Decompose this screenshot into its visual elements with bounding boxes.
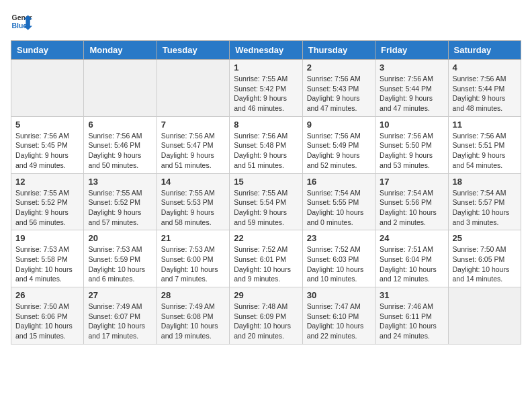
calendar-cell: 3Sunrise: 7:56 AM Sunset: 5:44 PM Daylig… (375, 60, 448, 117)
calendar-cell: 4Sunrise: 7:56 AM Sunset: 5:44 PM Daylig… (448, 60, 521, 117)
day-info: Sunrise: 7:55 AM Sunset: 5:54 PM Dayligh… (234, 188, 298, 228)
calendar-cell: 19Sunrise: 7:53 AM Sunset: 5:58 PM Dayli… (11, 230, 84, 287)
header-tuesday: Tuesday (157, 41, 229, 60)
day-number: 9 (307, 120, 371, 130)
calendar-cell: 23Sunrise: 7:52 AM Sunset: 6:03 PM Dayli… (302, 230, 375, 287)
calendar-cell: 28Sunrise: 7:49 AM Sunset: 6:08 PM Dayli… (157, 287, 229, 345)
day-info: Sunrise: 7:53 AM Sunset: 5:59 PM Dayligh… (88, 244, 152, 284)
calendar-cell: 14Sunrise: 7:55 AM Sunset: 5:53 PM Dayli… (157, 173, 229, 230)
calendar-cell: 12Sunrise: 7:55 AM Sunset: 5:52 PM Dayli… (11, 173, 84, 230)
day-info: Sunrise: 7:56 AM Sunset: 5:44 PM Dayligh… (380, 74, 443, 113)
calendar-week-row: 26Sunrise: 7:50 AM Sunset: 6:06 PM Dayli… (11, 287, 521, 345)
calendar-header-row: SundayMondayTuesdayWednesdayThursdayFrid… (11, 41, 521, 60)
day-number: 29 (234, 290, 298, 300)
day-info: Sunrise: 7:56 AM Sunset: 5:48 PM Dayligh… (234, 131, 298, 171)
calendar-cell: 5Sunrise: 7:56 AM Sunset: 5:45 PM Daylig… (11, 116, 84, 173)
calendar-cell (157, 60, 229, 117)
header-sunday: Sunday (11, 41, 84, 60)
header-wednesday: Wednesday (230, 41, 302, 60)
day-number: 27 (88, 290, 152, 300)
calendar-cell: 27Sunrise: 7:49 AM Sunset: 6:07 PM Dayli… (84, 287, 157, 345)
header-saturday: Saturday (448, 41, 521, 60)
day-info: Sunrise: 7:55 AM Sunset: 5:52 PM Dayligh… (15, 188, 79, 228)
day-number: 7 (161, 120, 225, 130)
calendar-cell: 9Sunrise: 7:56 AM Sunset: 5:49 PM Daylig… (302, 116, 375, 173)
calendar-cell: 26Sunrise: 7:50 AM Sunset: 6:06 PM Dayli… (11, 287, 84, 345)
day-info: Sunrise: 7:50 AM Sunset: 6:06 PM Dayligh… (15, 302, 79, 341)
day-number: 4 (453, 62, 517, 73)
header-thursday: Thursday (302, 41, 375, 60)
calendar-cell: 25Sunrise: 7:50 AM Sunset: 6:05 PM Dayli… (448, 230, 521, 287)
header-friday: Friday (375, 41, 448, 60)
calendar-cell: 7Sunrise: 7:56 AM Sunset: 5:47 PM Daylig… (157, 116, 229, 173)
day-number: 3 (380, 62, 443, 73)
calendar-cell: 21Sunrise: 7:53 AM Sunset: 6:00 PM Dayli… (157, 230, 229, 287)
calendar-cell (84, 60, 157, 117)
day-info: Sunrise: 7:53 AM Sunset: 5:58 PM Dayligh… (15, 244, 79, 284)
day-info: Sunrise: 7:56 AM Sunset: 5:51 PM Dayligh… (453, 131, 517, 171)
calendar-cell: 11Sunrise: 7:56 AM Sunset: 5:51 PM Dayli… (448, 116, 521, 173)
day-info: Sunrise: 7:56 AM Sunset: 5:49 PM Dayligh… (307, 131, 371, 171)
calendar-cell: 10Sunrise: 7:56 AM Sunset: 5:50 PM Dayli… (375, 116, 448, 173)
day-number: 14 (161, 177, 225, 187)
svg-text:Blue: Blue (12, 22, 28, 30)
day-info: Sunrise: 7:50 AM Sunset: 6:05 PM Dayligh… (453, 244, 517, 284)
day-info: Sunrise: 7:52 AM Sunset: 6:03 PM Dayligh… (307, 244, 371, 284)
day-number: 22 (234, 233, 298, 243)
day-info: Sunrise: 7:56 AM Sunset: 5:47 PM Dayligh… (161, 131, 225, 171)
calendar-cell: 29Sunrise: 7:48 AM Sunset: 6:09 PM Dayli… (230, 287, 302, 345)
day-number: 18 (453, 177, 517, 187)
day-number: 15 (234, 177, 298, 187)
day-number: 5 (15, 120, 79, 130)
calendar-week-row: 5Sunrise: 7:56 AM Sunset: 5:45 PM Daylig… (11, 116, 521, 173)
day-number: 26 (15, 290, 79, 300)
day-info: Sunrise: 7:54 AM Sunset: 5:57 PM Dayligh… (453, 188, 517, 228)
calendar-cell: 2Sunrise: 7:56 AM Sunset: 5:43 PM Daylig… (302, 60, 375, 117)
day-info: Sunrise: 7:56 AM Sunset: 5:44 PM Dayligh… (453, 74, 517, 113)
day-number: 24 (380, 233, 443, 243)
calendar-cell: 1Sunrise: 7:55 AM Sunset: 5:42 PM Daylig… (230, 60, 302, 117)
calendar-week-row: 1Sunrise: 7:55 AM Sunset: 5:42 PM Daylig… (11, 60, 521, 117)
day-info: Sunrise: 7:55 AM Sunset: 5:42 PM Dayligh… (234, 74, 298, 113)
day-info: Sunrise: 7:54 AM Sunset: 5:56 PM Dayligh… (380, 188, 443, 228)
day-number: 23 (307, 233, 371, 243)
calendar-table: SundayMondayTuesdayWednesdayThursdayFrid… (11, 40, 521, 345)
day-info: Sunrise: 7:46 AM Sunset: 6:11 PM Dayligh… (380, 302, 443, 341)
calendar-cell: 13Sunrise: 7:55 AM Sunset: 5:52 PM Dayli… (84, 173, 157, 230)
day-info: Sunrise: 7:54 AM Sunset: 5:55 PM Dayligh… (307, 188, 371, 228)
day-info: Sunrise: 7:48 AM Sunset: 6:09 PM Dayligh… (234, 302, 298, 341)
day-info: Sunrise: 7:55 AM Sunset: 5:53 PM Dayligh… (161, 188, 225, 228)
calendar-cell: 20Sunrise: 7:53 AM Sunset: 5:59 PM Dayli… (84, 230, 157, 287)
day-number: 21 (161, 233, 225, 243)
day-info: Sunrise: 7:56 AM Sunset: 5:45 PM Dayligh… (15, 131, 79, 171)
logo-icon: General Blue (11, 11, 32, 32)
page-header: General Blue (11, 11, 521, 32)
day-info: Sunrise: 7:56 AM Sunset: 5:43 PM Dayligh… (307, 74, 371, 113)
day-number: 19 (15, 233, 79, 243)
day-number: 28 (161, 290, 225, 300)
day-info: Sunrise: 7:51 AM Sunset: 6:04 PM Dayligh… (380, 244, 443, 284)
calendar-week-row: 19Sunrise: 7:53 AM Sunset: 5:58 PM Dayli… (11, 230, 521, 287)
day-number: 10 (380, 120, 443, 130)
day-info: Sunrise: 7:56 AM Sunset: 5:46 PM Dayligh… (88, 131, 152, 171)
logo: General Blue (11, 11, 32, 32)
day-info: Sunrise: 7:56 AM Sunset: 5:50 PM Dayligh… (380, 131, 443, 171)
header-monday: Monday (84, 41, 157, 60)
calendar-cell: 8Sunrise: 7:56 AM Sunset: 5:48 PM Daylig… (230, 116, 302, 173)
day-info: Sunrise: 7:47 AM Sunset: 6:10 PM Dayligh… (307, 302, 371, 341)
calendar-cell (448, 287, 521, 345)
calendar-cell (11, 60, 84, 117)
calendar-cell: 31Sunrise: 7:46 AM Sunset: 6:11 PM Dayli… (375, 287, 448, 345)
calendar-cell: 24Sunrise: 7:51 AM Sunset: 6:04 PM Dayli… (375, 230, 448, 287)
day-info: Sunrise: 7:49 AM Sunset: 6:07 PM Dayligh… (88, 302, 152, 341)
day-number: 25 (453, 233, 517, 243)
calendar-cell: 17Sunrise: 7:54 AM Sunset: 5:56 PM Dayli… (375, 173, 448, 230)
day-number: 17 (380, 177, 443, 187)
calendar-cell: 15Sunrise: 7:55 AM Sunset: 5:54 PM Dayli… (230, 173, 302, 230)
day-number: 2 (307, 62, 371, 73)
day-number: 12 (15, 177, 79, 187)
day-info: Sunrise: 7:53 AM Sunset: 6:00 PM Dayligh… (161, 244, 225, 284)
calendar-cell: 16Sunrise: 7:54 AM Sunset: 5:55 PM Dayli… (302, 173, 375, 230)
day-info: Sunrise: 7:55 AM Sunset: 5:52 PM Dayligh… (88, 188, 152, 228)
day-number: 31 (380, 290, 443, 300)
